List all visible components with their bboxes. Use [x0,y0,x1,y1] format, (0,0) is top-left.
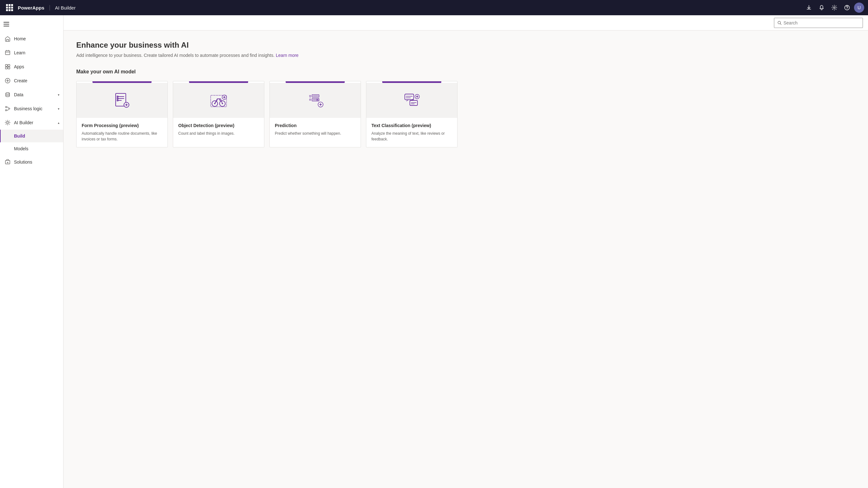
sidebar: Home Learn Apps [0,15,64,488]
card-description: Automatically handle routine documents, … [82,130,162,142]
section-title: Make your own AI model [76,69,855,75]
search-input[interactable] [783,20,860,25]
create-icon [4,78,11,84]
svg-point-12 [5,110,7,111]
svg-point-9 [6,93,9,94]
svg-point-0 [834,7,835,8]
sidebar-item-solutions[interactable]: Solutions [0,155,63,169]
sidebar-sub-item-models-label: Models [14,146,28,151]
svg-rect-3 [5,51,10,55]
cards-grid: Form Processing (preview) Automatically … [76,81,458,147]
business-logic-chevron-icon: ▾ [58,107,59,111]
settings-button[interactable] [829,2,840,13]
card-title: Form Processing (preview) [82,123,162,128]
sidebar-item-ai-builder-label: AI Builder [14,120,33,125]
svg-point-11 [8,108,10,109]
sidebar-item-learn-label: Learn [14,50,25,55]
page-subtitle-text: Add intelligence to your business. Creat… [76,53,275,58]
svg-rect-32 [405,94,414,100]
topbar: PowerApps AI Builder U [0,0,868,15]
search-icon [777,21,782,25]
page-subtitle: Add intelligence to your business. Creat… [76,52,855,59]
svg-rect-5 [8,64,10,66]
card-title: Prediction [275,123,355,128]
card-body: Form Processing (preview) Automatically … [76,118,167,147]
waffle-menu-button[interactable] [4,2,15,13]
prediction-icon [306,91,325,110]
sidebar-item-home-label: Home [14,36,26,41]
sidebar-item-business-logic[interactable]: Business logic ▾ [0,102,63,116]
card-icon-area [270,83,361,118]
main-content: Enhance your business with AI Add intell… [64,15,868,488]
card-text-classification[interactable]: Text Classification (preview) Analyze th… [366,81,458,147]
bell-icon [819,5,825,10]
card-description: Analyze the meaning of text, like review… [371,130,452,142]
business-logic-icon [4,105,11,112]
sidebar-sub-item-models[interactable]: Models [0,142,63,155]
card-icon-area [366,83,457,118]
sidebar-item-ai-builder[interactable]: AI Builder ▴ [0,116,63,130]
page-title: Enhance your business with AI [76,41,855,50]
sidebar-item-create-label: Create [14,78,27,83]
form-processing-icon [113,91,131,110]
topbar-actions: U [803,2,864,13]
card-body: Text Classification (preview) Analyze th… [366,118,457,147]
svg-point-13 [7,122,8,124]
sidebar-item-business-logic-label: Business logic [14,106,42,111]
download-button[interactable] [803,2,815,13]
user-avatar[interactable]: U [854,3,864,13]
section-name: AI Builder [55,5,75,10]
page-content: Enhance your business with AI Add intell… [64,30,868,488]
svg-rect-6 [5,67,7,69]
notifications-button[interactable] [816,2,827,13]
solutions-icon [4,159,11,165]
sidebar-item-data-label: Data [14,92,24,97]
learn-more-link[interactable]: Learn more [276,53,299,58]
object-detection-icon [209,91,228,110]
svg-rect-4 [5,64,7,66]
main-layout: Home Learn Apps [0,15,868,488]
card-form-processing[interactable]: Form Processing (preview) Automatically … [76,81,168,147]
svg-point-2 [847,9,847,9]
sidebar-item-data[interactable]: Data ▾ [0,88,63,102]
svg-rect-33 [410,100,417,105]
search-wrapper[interactable] [774,18,863,28]
card-icon-area [76,83,167,118]
card-object-detection[interactable]: Object Detection (preview) Count and lab… [173,81,264,147]
sidebar-item-apps[interactable]: Apps [0,60,63,74]
card-description: Predict whether something will happen. [275,130,355,136]
sidebar-sub-item-build-label: Build [14,133,25,139]
app-name: PowerApps [18,5,50,10]
card-prediction[interactable]: Prediction Predict whether something wil… [270,81,361,147]
ai-builder-icon [4,119,11,126]
card-description: Count and label things in images. [178,130,259,136]
card-body: Object Detection (preview) Count and lab… [173,118,264,142]
svg-point-10 [5,106,7,108]
download-icon [806,5,812,10]
learn-icon [4,50,11,56]
home-icon [4,36,11,42]
card-title: Text Classification (preview) [371,123,452,128]
help-button[interactable] [841,2,853,13]
sidebar-item-create[interactable]: Create [0,74,63,88]
help-icon [844,5,850,10]
sidebar-item-learn[interactable]: Learn [0,46,63,60]
sidebar-sub-item-build[interactable]: Build [0,130,63,142]
card-title: Object Detection (preview) [178,123,259,128]
data-icon [4,92,11,98]
card-icon-area [173,83,264,118]
text-classification-icon [402,91,421,110]
ai-builder-chevron-icon: ▴ [58,121,59,125]
card-body: Prediction Predict whether something wil… [270,118,361,142]
data-chevron-icon: ▾ [58,93,59,97]
svg-point-29 [309,95,311,97]
search-bar [64,15,868,30]
hamburger-button[interactable] [0,18,13,30]
svg-point-30 [309,99,311,101]
sidebar-item-solutions-label: Solutions [14,159,32,164]
apps-icon [4,64,11,70]
settings-icon [832,5,837,10]
svg-rect-7 [8,67,10,69]
sidebar-item-apps-label: Apps [14,64,24,69]
sidebar-item-home[interactable]: Home [0,32,63,46]
